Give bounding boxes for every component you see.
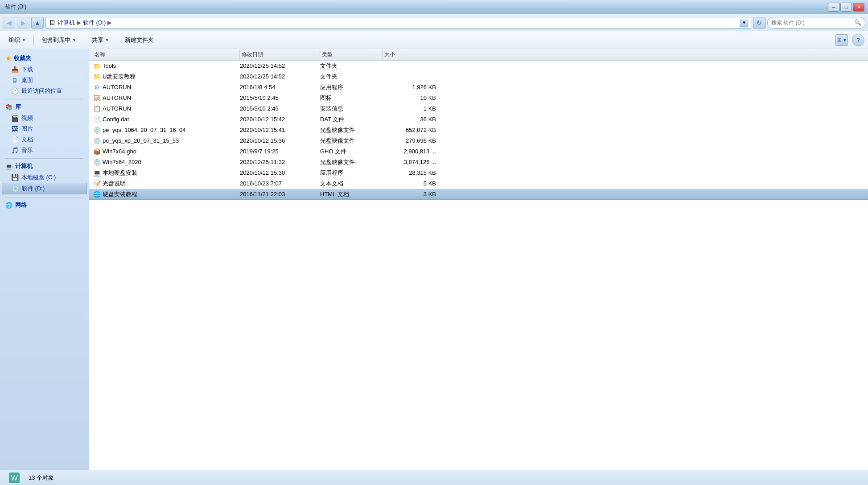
back-button[interactable]: ◀ bbox=[3, 17, 15, 29]
column-headers: 名称 修改日期 类型 大小 bbox=[89, 49, 868, 61]
file-date-cell: 2020/12/25 14:52 bbox=[240, 73, 320, 80]
table-row[interactable]: 🌐 硬盘安装教程 2016/11/21 22:03 HTML 文档 3 KB bbox=[89, 189, 868, 200]
view-options-button[interactable]: ⊞ ▾ bbox=[835, 34, 848, 46]
sidebar-header-network[interactable]: 🌐 网络 bbox=[2, 199, 87, 211]
toolbar-separator-2 bbox=[84, 35, 84, 45]
library-icon: 📚 bbox=[5, 104, 12, 111]
file-type-cell: GHO 文件 bbox=[320, 148, 383, 156]
organize-button[interactable]: 组织 ▼ bbox=[4, 33, 31, 47]
forward-button[interactable]: ▶ bbox=[17, 17, 29, 29]
table-row[interactable]: 📁 Tools 2020/12/25 14:52 文件夹 bbox=[89, 61, 868, 71]
file-name-cell: 📁 U盘安装教程 bbox=[93, 73, 240, 81]
recent-icon: 🕐 bbox=[11, 87, 19, 95]
file-date-cell: 2016/11/21 22:03 bbox=[240, 191, 320, 197]
breadcrumb-dropdown[interactable]: ▼ bbox=[740, 19, 748, 27]
refresh-button[interactable]: ↻ bbox=[753, 17, 765, 29]
file-type-cell: DAT 文件 bbox=[320, 115, 383, 123]
table-row[interactable]: 📦 Win7x64.gho 2019/9/7 19:25 GHO 文件 2,90… bbox=[89, 146, 868, 157]
file-name-cell: 💻 本地硬盘安装 bbox=[93, 169, 240, 177]
file-date-cell: 2019/9/7 19:25 bbox=[240, 148, 320, 155]
file-type-cell: 文件夹 bbox=[320, 73, 383, 81]
sidebar-section-favorites: ★ 收藏夹 📥 下载 🖥 桌面 🕐 最近访问的位置 bbox=[2, 53, 87, 96]
sidebar-item-documents[interactable]: 📄 文档 bbox=[2, 134, 87, 145]
file-name-cell: 🖼 AUTORUN bbox=[93, 94, 240, 102]
sidebar-divider-2 bbox=[5, 158, 83, 159]
file-list[interactable]: 📁 Tools 2020/12/25 14:52 文件夹 📁 U盘安装教程 20… bbox=[89, 61, 868, 470]
breadcrumb-bar: 🖥 计算机 ▶ 软件 (D:) ▶ ▼ bbox=[45, 17, 751, 29]
sidebar-header-library[interactable]: 📚 库 bbox=[2, 101, 87, 113]
search-bar: 🔍 bbox=[767, 17, 865, 29]
sidebar-header-computer[interactable]: 💻 计算机 bbox=[2, 160, 87, 172]
drive-d-icon: 💿 bbox=[11, 185, 19, 193]
toolbar-separator-4 bbox=[850, 35, 850, 45]
file-name-cell: 📋 AUTORUN bbox=[93, 105, 240, 113]
col-header-type[interactable]: 类型 bbox=[320, 49, 383, 60]
breadcrumb-separator: ▶ bbox=[77, 19, 81, 26]
up-button[interactable]: ▲ bbox=[31, 17, 44, 29]
new-folder-button[interactable]: 新建文件夹 bbox=[120, 33, 159, 47]
file-name-cell: 💿 Win7x64_2020 bbox=[93, 158, 240, 166]
file-name-cell: ⚙ AUTORUN bbox=[93, 83, 240, 91]
sidebar-item-recent[interactable]: 🕐 最近访问的位置 bbox=[2, 86, 87, 96]
share-button[interactable]: 共享 ▼ bbox=[87, 33, 114, 47]
file-type-cell: 安装信息 bbox=[320, 105, 383, 113]
table-row[interactable]: 📝 光盘说明 2016/10/23 7:07 文本文档 5 KB bbox=[89, 178, 868, 189]
breadcrumb-computer[interactable]: 计算机 bbox=[58, 19, 75, 27]
downloads-icon: 📥 bbox=[11, 66, 19, 74]
search-input[interactable] bbox=[771, 20, 852, 26]
table-row[interactable]: 💻 本地硬盘安装 2020/10/12 15:30 应用程序 28,315 KB bbox=[89, 168, 868, 178]
help-button[interactable]: ? bbox=[852, 34, 864, 46]
sidebar-item-local-c[interactable]: 💾 本地磁盘 (C:) bbox=[2, 172, 87, 183]
file-size-cell: 3 KB bbox=[383, 191, 436, 197]
sidebar-header-favorites[interactable]: ★ 收藏夹 bbox=[2, 53, 87, 64]
file-name-cell: 📁 Tools bbox=[93, 62, 240, 70]
file-icon: 📋 bbox=[93, 105, 101, 113]
status-count: 13 个对象 bbox=[29, 474, 54, 482]
sidebar-item-software-d[interactable]: 💿 软件 (D:) bbox=[2, 183, 87, 194]
maximize-button[interactable]: □ bbox=[840, 3, 852, 12]
sidebar-divider-1 bbox=[5, 99, 83, 99]
col-header-size[interactable]: 大小 bbox=[383, 49, 436, 60]
sidebar-item-desktop[interactable]: 🖥 桌面 bbox=[2, 75, 87, 86]
col-header-date[interactable]: 修改日期 bbox=[240, 49, 320, 60]
file-date-cell: 2020/10/12 15:41 bbox=[240, 127, 320, 133]
sidebar-item-video[interactable]: 🎬 视频 bbox=[2, 113, 87, 123]
sidebar-item-music[interactable]: 🎵 音乐 bbox=[2, 145, 87, 156]
close-button[interactable]: ✕ bbox=[853, 3, 864, 12]
file-type-cell: 应用程序 bbox=[320, 169, 383, 177]
sidebar-item-images[interactable]: 🖼 图片 bbox=[2, 123, 87, 134]
table-row[interactable]: 💿 pe_yqs_1064_20_07_31_16_04 2020/10/12 … bbox=[89, 125, 868, 136]
file-date-cell: 2015/5/10 2:45 bbox=[240, 105, 320, 112]
file-name: 光盘说明 bbox=[103, 180, 126, 188]
file-icon: 💿 bbox=[93, 126, 101, 134]
file-name: Win7x64_2020 bbox=[103, 159, 141, 165]
table-row[interactable]: 💿 Win7x64_2020 2020/12/25 11:32 光盘映像文件 3… bbox=[89, 157, 868, 168]
music-icon: 🎵 bbox=[11, 146, 19, 154]
table-row[interactable]: 🖼 AUTORUN 2015/5/10 2:45 图标 10 KB bbox=[89, 93, 868, 103]
file-icon: 📁 bbox=[93, 62, 101, 70]
file-icon: 📄 bbox=[93, 115, 101, 123]
file-name: Config.dat bbox=[103, 116, 129, 123]
file-type-cell: 光盘映像文件 bbox=[320, 126, 383, 134]
table-row[interactable]: 📋 AUTORUN 2015/5/10 2:45 安装信息 1 KB bbox=[89, 103, 868, 114]
table-row[interactable]: ⚙ AUTORUN 2016/1/8 4:54 应用程序 1,926 KB bbox=[89, 82, 868, 93]
table-row[interactable]: 📁 U盘安装教程 2020/12/25 14:52 文件夹 bbox=[89, 71, 868, 82]
file-size-cell: 10 KB bbox=[383, 95, 436, 101]
images-icon: 🖼 bbox=[11, 125, 19, 133]
window-title: 软件 (D:) bbox=[5, 3, 26, 11]
include-library-button[interactable]: 包含到库中 ▼ bbox=[37, 33, 81, 47]
sidebar-section-computer: 💻 计算机 💾 本地磁盘 (C:) 💿 软件 (D:) bbox=[2, 160, 87, 194]
file-icon: ⚙ bbox=[93, 83, 101, 91]
breadcrumb-drive[interactable]: 软件 (D:) bbox=[83, 19, 106, 27]
file-name: pe_yqs_1064_20_07_31_16_04 bbox=[103, 127, 186, 133]
table-row[interactable]: 💿 pe_yqs_xp_20_07_31_15_53 2020/10/12 15… bbox=[89, 136, 868, 146]
search-icon[interactable]: 🔍 bbox=[854, 19, 861, 26]
file-size-cell: 652,072 KB bbox=[383, 127, 436, 133]
table-row[interactable]: 📄 Config.dat 2020/10/12 15:42 DAT 文件 36 … bbox=[89, 114, 868, 125]
file-name: AUTORUN bbox=[103, 105, 131, 112]
file-name: Tools bbox=[103, 62, 116, 69]
col-header-name[interactable]: 名称 bbox=[93, 49, 240, 60]
sidebar-item-downloads[interactable]: 📥 下载 bbox=[2, 64, 87, 75]
sidebar-section-network: 🌐 网络 bbox=[2, 199, 87, 211]
minimize-button[interactable]: ─ bbox=[828, 3, 839, 12]
